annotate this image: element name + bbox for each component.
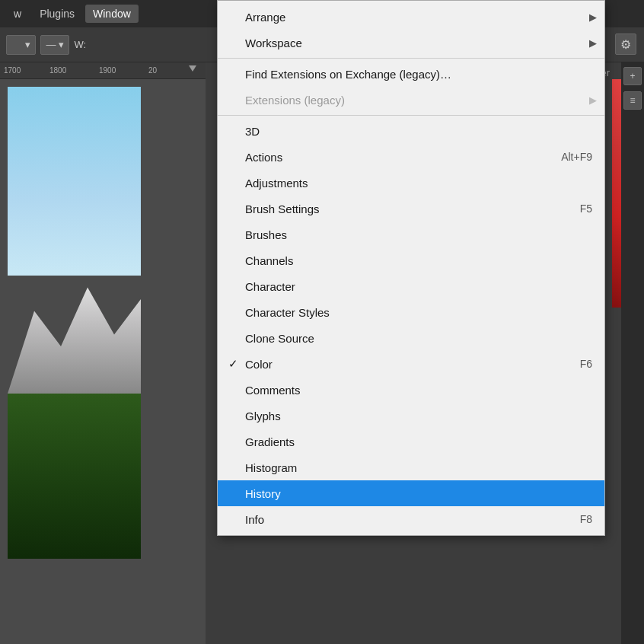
menu-item-adjustments-label: Adjustments xyxy=(245,177,308,190)
menu-item-3d[interactable]: 3D xyxy=(218,118,604,144)
window-menu: Arrange ▶ Workspace ▶ Find Extensions on… xyxy=(217,0,605,536)
menu-item-find-extensions[interactable]: Find Extensions on Exchange (legacy)… xyxy=(218,61,604,87)
menu-item-actions-shortcut: Alt+F9 xyxy=(561,151,592,163)
color-checkmark: ✓ xyxy=(228,357,238,371)
menu-item-arrange[interactable]: Arrange ▶ xyxy=(218,4,604,30)
menu-item-history[interactable]: History xyxy=(218,480,604,506)
menu-item-color-shortcut: F6 xyxy=(580,358,592,370)
menu-item-info-shortcut: F8 xyxy=(580,513,592,525)
menu-item-color-label: Color xyxy=(245,358,273,371)
menu-item-brushes-label: Brushes xyxy=(245,228,287,241)
extensions-submenu-arrow: ▶ xyxy=(589,94,597,106)
menu-item-info[interactable]: Info F8 xyxy=(218,506,604,532)
menu-item-gradients-label: Gradients xyxy=(245,435,295,448)
menu-item-histogram[interactable]: Histogram xyxy=(218,454,604,480)
separator-2 xyxy=(218,115,604,116)
menu-item-adjustments[interactable]: Adjustments xyxy=(218,170,604,196)
arrange-submenu-arrow: ▶ xyxy=(589,11,597,23)
menu-item-color[interactable]: ✓ Color F6 xyxy=(218,351,604,377)
menu-item-arrange-label: Arrange xyxy=(245,11,285,24)
menu-item-info-label: Info xyxy=(245,513,264,526)
menu-item-3d-label: 3D xyxy=(245,125,260,138)
menu-item-find-extensions-label: Find Extensions on Exchange (legacy)… xyxy=(245,68,451,81)
menu-item-workspace-label: Workspace xyxy=(245,37,302,49)
workspace-submenu-arrow: ▶ xyxy=(589,37,597,49)
menu-item-channels-label: Channels xyxy=(245,254,293,267)
menu-item-character-label: Character xyxy=(245,280,295,293)
menu-item-clone-source[interactable]: Clone Source xyxy=(218,325,604,351)
menu-item-extensions-legacy-label: Extensions (legacy) xyxy=(245,94,345,107)
menu-item-histogram-label: Histogram xyxy=(245,461,297,474)
menu-item-glyphs[interactable]: Glyphs xyxy=(218,403,604,429)
menu-item-extensions-legacy[interactable]: Extensions (legacy) ▶ xyxy=(218,87,604,113)
menu-item-comments[interactable]: Comments xyxy=(218,377,604,403)
dropdown-overlay: Arrange ▶ Workspace ▶ Find Extensions on… xyxy=(0,0,644,644)
menu-item-channels[interactable]: Channels xyxy=(218,247,604,273)
menu-item-actions-label: Actions xyxy=(245,151,282,164)
menu-item-history-label: History xyxy=(245,487,281,500)
menu-item-actions[interactable]: Actions Alt+F9 xyxy=(218,144,604,170)
menu-item-brush-settings-shortcut: F5 xyxy=(580,202,592,215)
menu-item-comments-label: Comments xyxy=(245,384,301,397)
menu-item-brush-settings-label: Brush Settings xyxy=(245,202,320,215)
menu-item-character-styles[interactable]: Character Styles xyxy=(218,299,604,325)
menu-item-gradients[interactable]: Gradients xyxy=(218,429,604,454)
menu-item-character-styles-label: Character Styles xyxy=(245,306,330,319)
menu-item-brush-settings[interactable]: Brush Settings F5 xyxy=(218,196,604,222)
menu-item-character[interactable]: Character xyxy=(218,273,604,299)
menu-item-clone-source-label: Clone Source xyxy=(245,332,314,345)
separator-1 xyxy=(218,58,604,59)
menu-item-workspace[interactable]: Workspace ▶ xyxy=(218,30,604,56)
menu-item-brushes[interactable]: Brushes xyxy=(218,222,604,247)
menu-item-glyphs-label: Glyphs xyxy=(245,410,281,422)
